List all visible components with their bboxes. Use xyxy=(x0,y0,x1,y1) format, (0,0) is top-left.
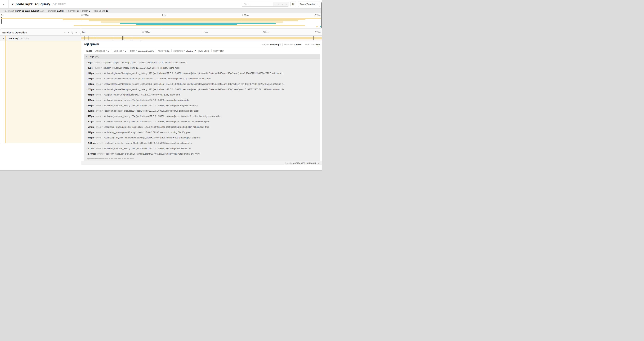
equals-sign: = xyxy=(102,94,103,96)
column-resize-grip[interactable] xyxy=(79,33,81,35)
span-stat-value: 2.79ms xyxy=(294,43,302,46)
ruler-tick-label: 2.79ms xyxy=(315,31,322,33)
equals-sign: = xyxy=(102,137,103,139)
span-duration-bar[interactable] xyxy=(81,37,322,39)
log-row[interactable]: ›476μs:event=‹sql/conn_executor_exec.go:… xyxy=(84,103,320,108)
span-row-label[interactable]: ∨ node sql1 sql query xyxy=(0,36,81,41)
chevron-right-icon: › xyxy=(86,110,86,112)
log-field-value: ‹sql/distsql_physical_planner.go:828 [ns… xyxy=(104,137,200,139)
log-field-value: ‹sql/catalog/descs/descriptor.go:98 [nsq… xyxy=(104,78,211,80)
back-button[interactable]: ← xyxy=(0,0,9,8)
tag-item: statement=SELECT * FROM users xyxy=(174,50,210,52)
top-bar: ← ∨ node sql1: sql query 7418682 ⌖ ∧ ∨ ✕… xyxy=(0,0,322,8)
scrollbar-thumb[interactable] xyxy=(321,3,322,28)
log-field-name: event xyxy=(96,131,102,134)
log-row[interactable]: ›201μs:event=‹sql/catalog/lease/descript… xyxy=(84,87,320,92)
tags-row[interactable]: ›Tags:_unfinished=1_verbose=1client=127.… xyxy=(84,49,320,52)
clear-icon[interactable]: ✕ xyxy=(286,3,287,5)
chevron-up-icon[interactable]: ∧ xyxy=(278,3,280,5)
tag-value: 1 xyxy=(108,50,109,52)
trace-info-value: 10 xyxy=(106,10,108,12)
log-marker-tick xyxy=(133,36,133,40)
trace-info-value: March 31 2022, 17:25:09 xyxy=(15,10,39,12)
log-row[interactable]: ›176μs:event=‹sql/catalog/descs/descript… xyxy=(84,76,320,81)
log-row[interactable]: ›142μs:event=‹sql/catalog/lease/descript… xyxy=(84,71,320,76)
chevron-right-icon: › xyxy=(86,67,86,69)
span-stat-label: Service: xyxy=(262,43,270,46)
chevron-down-icon[interactable]: ∨ xyxy=(3,37,4,39)
log-row[interactable]: ›495μs:event=‹sql/conn_executor_exec.go:… xyxy=(84,114,320,119)
log-timestamp: 80μs: xyxy=(88,67,93,69)
find-input[interactable] xyxy=(242,2,273,7)
log-row[interactable]: ›80μs:event=‹sql/plan_opt.go:358 [nsql1,… xyxy=(84,65,320,71)
chevron-down-icon[interactable]: ∨ xyxy=(282,3,283,5)
log-field-name: event xyxy=(96,88,102,91)
span-operation-name: sql query xyxy=(21,37,29,39)
log-timestamp: 678μs: xyxy=(88,137,94,139)
span-stat: Service:node sql1 xyxy=(262,43,281,46)
log-field-name: event xyxy=(96,99,102,101)
log-marker-tick xyxy=(113,36,113,40)
equals-sign: = xyxy=(102,83,103,85)
service-operation-title: Service & Operation xyxy=(2,31,64,34)
span-row-track[interactable] xyxy=(81,36,322,41)
log-field-value: ‹sql/conn_executor_exec.go:2046 [nsql1,c… xyxy=(105,153,200,155)
collapse-all-icon[interactable]: ⋁ xyxy=(71,31,73,34)
trace-info-item: Duration2.79ms xyxy=(46,10,66,12)
target-icon[interactable]: ⌖ xyxy=(274,3,276,5)
trace-info-label: Duration xyxy=(48,10,56,12)
log-field-value: ‹sql/conn_executor_exec.go:684 [nsql1,cl… xyxy=(104,120,210,123)
log-marker-tick xyxy=(84,36,84,40)
logs-title: Logs xyxy=(89,55,94,58)
expand-one-icon[interactable]: › xyxy=(68,31,69,34)
logs-header[interactable]: ∨ Logs (18) xyxy=(84,54,320,59)
chevron-right-icon: › xyxy=(86,137,86,139)
collapse-controls: ∨›⋁» xyxy=(64,31,77,34)
chevron-down-icon[interactable]: ∨ xyxy=(12,3,14,6)
log-row[interactable]: ›502μs:event=‹sql/conn_executor_exec.go:… xyxy=(84,119,320,124)
keyboard-shortcuts-button[interactable]: ⌘ xyxy=(290,2,296,7)
log-rows: ›34μs:event=‹sql/exec_util.go:2297 [nsql… xyxy=(84,59,320,157)
chevron-right-icon: › xyxy=(86,94,86,96)
find-nav-icons: ⌖ ∧ ∨ ✕ xyxy=(273,2,288,7)
log-row[interactable]: ›366μs:event=‹sql/plan_opt.go:358 [nsql1… xyxy=(84,92,320,97)
minimap-canvas[interactable] xyxy=(1,17,321,29)
log-marker-tick xyxy=(121,36,121,40)
view-menu-label: Trace Timeline xyxy=(300,3,315,6)
tag-key: _verbose xyxy=(113,50,122,52)
log-row[interactable]: ›2.7ms:event=‹sql/conn_executor_exec.go:… xyxy=(84,146,320,151)
log-row[interactable]: ›486μs:event=‹sql/conn_executor_exec.go:… xyxy=(84,108,320,114)
expand-all-icon[interactable]: » xyxy=(76,31,77,34)
log-field-name: event xyxy=(96,120,102,123)
find-control: ⌖ ∧ ∨ ✕ xyxy=(242,2,288,7)
log-timestamp: 476μs: xyxy=(88,104,94,107)
tag-key: client xyxy=(130,50,135,52)
log-row[interactable]: ›2.69ms:event=‹sql/conn_executor_exec.go… xyxy=(84,140,320,146)
link-icon[interactable] xyxy=(317,162,320,165)
log-row[interactable]: ›574μs:event=‹sql/distsql_running.go:142… xyxy=(84,124,320,130)
log-field-value: ‹sql/conn_executor_exec.go:684 [nsql1,cl… xyxy=(104,99,190,101)
log-row[interactable]: ›34μs:event=‹sql/exec_util.go:2297 [nsql… xyxy=(84,60,320,65)
log-row[interactable]: ›459μs:event=‹sql/conn_executor_exec.go:… xyxy=(84,97,320,103)
ruler-tick-label: 2.09ms xyxy=(242,14,248,16)
trace-title-group: ∨ node sql1: sql query 7418682 xyxy=(12,2,66,6)
log-field-value: ‹sql/exec_util.go:2297 [nsql1,client=127… xyxy=(103,61,188,64)
divider xyxy=(156,49,156,52)
collapse-one-icon[interactable]: ∨ xyxy=(64,31,66,34)
log-row[interactable]: ›189μs:event=‹sql/catalog/lease/descript… xyxy=(84,81,320,87)
log-timestamp: 201μs: xyxy=(88,88,94,91)
log-row[interactable]: ›597μs:event=‹sql/distsql_running.go:498… xyxy=(84,130,320,135)
log-row[interactable]: ›678μs:event=‹sql/distsql_physical_plann… xyxy=(84,135,320,140)
equals-sign: = xyxy=(184,50,185,52)
log-row[interactable]: ›2.79ms:event=‹sql/conn_executor_exec.go… xyxy=(84,151,320,156)
span-row[interactable]: ∨ node sql1 sql query xyxy=(0,36,322,41)
view-menu-button[interactable]: Trace Timeline ∨ xyxy=(298,2,320,7)
minimap-span-bar xyxy=(101,22,283,23)
trace-info-label: Trace Start xyxy=(3,10,14,12)
trace-info-value: 2.79ms xyxy=(57,10,64,12)
spanid-strip: SpanID: 4877749850101760812 xyxy=(81,161,322,165)
tag-value: root xyxy=(220,50,224,52)
log-timestamp: 459μs: xyxy=(88,99,94,101)
minimap-span-bar xyxy=(89,20,298,21)
ruler-tick-label: 697.75μs xyxy=(80,14,89,16)
